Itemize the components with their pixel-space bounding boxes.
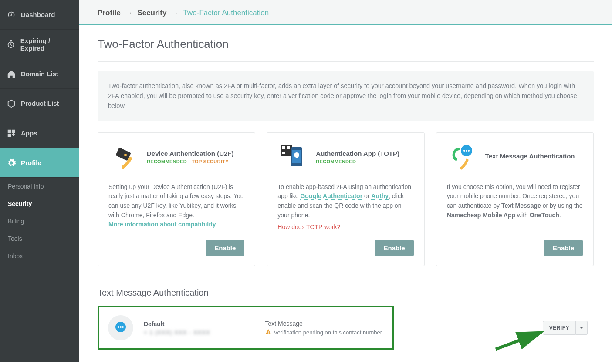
enable-u2f-button[interactable]: Enable bbox=[206, 240, 244, 256]
svg-rect-9 bbox=[282, 152, 285, 154]
chat-bubble-icon bbox=[113, 320, 128, 335]
card-text-bold: Namecheap Mobile App bbox=[447, 212, 515, 219]
phone-method: Text Message bbox=[265, 320, 384, 327]
badge-recommended: RECOMMENDED bbox=[147, 159, 187, 164]
card-body: If you choose this option, you will need… bbox=[447, 182, 583, 232]
breadcrumb-security[interactable]: Security bbox=[137, 9, 166, 17]
sidebar-item-apps[interactable]: Apps bbox=[0, 118, 79, 148]
card-text: or bbox=[362, 192, 371, 199]
sidebar-item-label: Apps bbox=[21, 129, 37, 137]
sidebar-item-domainlist[interactable]: Domain List bbox=[0, 59, 79, 89]
method-cards: Device Authentication (U2F) RECOMMENDED … bbox=[98, 132, 594, 266]
badge-recommended: RECOMMENDED bbox=[316, 159, 356, 164]
link-authy[interactable]: Authy bbox=[371, 192, 389, 200]
card-title: Text Message Authentication bbox=[485, 152, 575, 160]
svg-point-16 bbox=[466, 150, 467, 152]
box-icon bbox=[6, 99, 17, 108]
phone-row: Default + 1 (XXX) XXX - XXXX Text Messag… bbox=[98, 306, 394, 350]
card-u2f: Device Authentication (U2F) RECOMMENDED … bbox=[98, 132, 255, 266]
sidebar-sub-tools[interactable]: Tools bbox=[0, 230, 79, 247]
card-title: Device Authentication (U2F) bbox=[147, 150, 233, 157]
svg-point-20 bbox=[120, 326, 122, 328]
u2f-key-icon bbox=[108, 142, 140, 173]
card-title: Authentication App (TOTP) bbox=[316, 150, 399, 157]
svg-rect-6 bbox=[281, 145, 292, 156]
svg-rect-7 bbox=[282, 146, 285, 149]
verify-button[interactable]: VERIFY bbox=[543, 321, 576, 335]
sidebar-item-label: Expiring / Expired bbox=[20, 37, 73, 52]
home-icon bbox=[6, 69, 17, 79]
breadcrumb-profile[interactable]: Profile bbox=[98, 9, 121, 17]
svg-rect-23 bbox=[268, 333, 268, 334]
svg-point-5 bbox=[124, 154, 127, 156]
svg-line-24 bbox=[496, 332, 541, 349]
sms-section-title: Text Message Authentication bbox=[98, 288, 594, 298]
card-sms: Text Message Authentication If you choos… bbox=[436, 132, 594, 266]
svg-rect-13 bbox=[296, 155, 298, 158]
breadcrumb-sep: → bbox=[171, 9, 179, 17]
svg-rect-1 bbox=[8, 129, 11, 132]
card-text: . bbox=[559, 212, 561, 219]
gauge-icon bbox=[6, 10, 17, 20]
apps-icon bbox=[6, 128, 17, 138]
pending-text: Verification pending on this contact num… bbox=[274, 329, 384, 336]
breadcrumb-bar: Profile → Security → Two-Factor Authenti… bbox=[79, 0, 612, 25]
gear-icon bbox=[6, 158, 17, 168]
svg-rect-2 bbox=[12, 129, 15, 132]
svg-point-15 bbox=[463, 150, 465, 152]
breadcrumb-sep: → bbox=[125, 9, 133, 17]
breadcrumb: Profile → Security → Two-Factor Authenti… bbox=[98, 9, 594, 17]
sidebar-item-productlist[interactable]: Product List bbox=[0, 89, 79, 118]
svg-rect-22 bbox=[268, 331, 268, 333]
card-body: Setting up your Device Authentication (U… bbox=[108, 182, 244, 232]
sidebar-sub-billing[interactable]: Billing bbox=[0, 212, 79, 230]
card-text: with bbox=[515, 212, 530, 219]
card-body: To enable app-based 2FA using an authent… bbox=[277, 182, 413, 232]
sidebar-item-profile[interactable]: Profile bbox=[0, 148, 79, 178]
phone-number: + 1 (XXX) XXX - XXXX bbox=[144, 329, 210, 336]
phone-row-wrap: Default + 1 (XXX) XXX - XXXX Text Messag… bbox=[98, 306, 594, 350]
breadcrumb-current: Two-Factor Authentication bbox=[183, 9, 269, 17]
sidebar: Dashboard Expiring / Expired Domain List… bbox=[0, 0, 79, 362]
card-text-bold: OneTouch bbox=[530, 212, 559, 219]
svg-rect-3 bbox=[8, 133, 11, 136]
sidebar-item-label: Product List bbox=[21, 100, 59, 107]
sidebar-item-expiring[interactable]: Expiring / Expired bbox=[0, 30, 79, 59]
svg-point-21 bbox=[122, 326, 124, 328]
enable-totp-button[interactable]: Enable bbox=[375, 240, 413, 256]
phone-default-label: Default bbox=[144, 320, 210, 327]
sidebar-sub-inbox[interactable]: Inbox bbox=[0, 247, 79, 265]
svg-point-17 bbox=[468, 150, 470, 152]
totp-phone-icon bbox=[277, 142, 309, 173]
enable-sms-button[interactable]: Enable bbox=[544, 240, 583, 256]
explain-box: Two-factor authentication, also known as… bbox=[98, 71, 594, 121]
link-u2f-compat[interactable]: More information about compatibility bbox=[108, 221, 216, 228]
svg-point-19 bbox=[118, 326, 119, 328]
card-totp: Authentication App (TOTP) RECOMMENDED To… bbox=[267, 132, 424, 266]
sms-avatar bbox=[108, 315, 133, 340]
sidebar-item-label: Domain List bbox=[21, 70, 58, 78]
card-text: or by using the bbox=[541, 202, 583, 209]
svg-rect-8 bbox=[287, 146, 290, 149]
clock-icon bbox=[6, 40, 16, 49]
card-text: Setting up your Device Authentication (U… bbox=[108, 183, 244, 219]
sms-touch-icon bbox=[447, 142, 478, 173]
link-totp-how[interactable]: How does TOTP work? bbox=[277, 222, 340, 232]
sidebar-item-dashboard[interactable]: Dashboard bbox=[0, 0, 79, 30]
page-title: Two-Factor Authentication bbox=[98, 37, 594, 62]
verify-dropdown-button[interactable] bbox=[576, 321, 588, 335]
verify-button-group: VERIFY bbox=[543, 321, 588, 335]
link-google-authenticator[interactable]: Google Authenticator bbox=[300, 192, 362, 200]
sidebar-item-label: Dashboard bbox=[21, 11, 55, 18]
sidebar-sub-security[interactable]: Security bbox=[0, 195, 79, 212]
card-text-bold: Text Message bbox=[501, 202, 541, 209]
sidebar-sub-personal[interactable]: Personal Info bbox=[0, 178, 79, 195]
badge-top-security: TOP SECURITY bbox=[192, 159, 229, 164]
annotation-arrow bbox=[494, 330, 546, 353]
warning-icon bbox=[265, 329, 271, 336]
sidebar-item-label: Profile bbox=[21, 159, 41, 166]
caret-down-icon bbox=[579, 326, 584, 330]
